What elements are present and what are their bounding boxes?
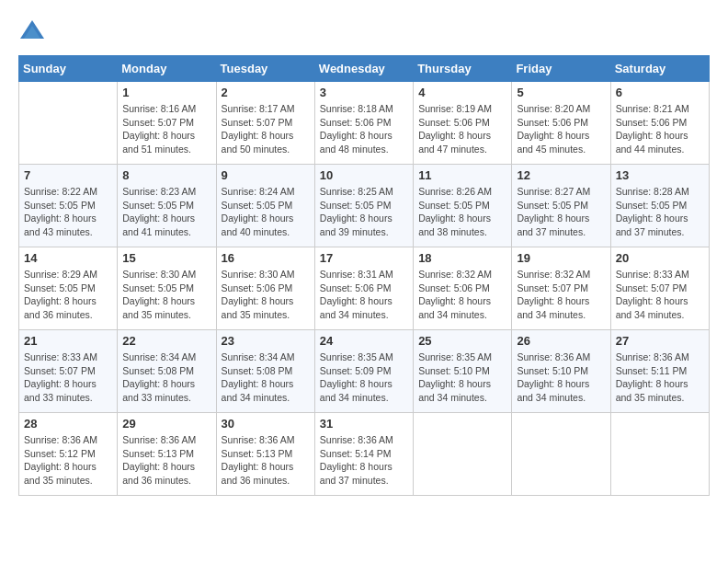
calendar-cell: 12Sunrise: 8:27 AM Sunset: 5:05 PM Dayli… [512, 165, 610, 247]
day-info: Sunrise: 8:17 AM Sunset: 5:07 PM Dayligh… [222, 102, 310, 156]
header-row: SundayMondayTuesdayWednesdayThursdayFrid… [19, 56, 710, 82]
day-number: 18 [418, 251, 506, 265]
calendar-table: SundayMondayTuesdayWednesdayThursdayFrid… [18, 55, 710, 496]
day-number: 20 [616, 251, 704, 265]
day-number: 15 [122, 251, 210, 265]
day-number: 30 [222, 417, 310, 431]
calendar-cell: 19Sunrise: 8:32 AM Sunset: 5:07 PM Dayli… [512, 247, 610, 330]
day-number: 16 [222, 251, 310, 265]
logo [18, 18, 50, 46]
calendar-cell: 25Sunrise: 8:35 AM Sunset: 5:10 PM Dayli… [414, 330, 512, 413]
day-number: 19 [517, 251, 605, 265]
day-number: 28 [24, 417, 112, 431]
calendar-cell: 17Sunrise: 8:31 AM Sunset: 5:06 PM Dayli… [314, 247, 413, 330]
calendar-cell: 30Sunrise: 8:36 AM Sunset: 5:13 PM Dayli… [216, 413, 314, 496]
calendar-cell: 11Sunrise: 8:26 AM Sunset: 5:05 PM Dayli… [414, 165, 512, 247]
day-number: 5 [517, 86, 605, 99]
day-info: Sunrise: 8:22 AM Sunset: 5:05 PM Dayligh… [24, 185, 112, 239]
day-number: 11 [418, 168, 506, 182]
day-number: 23 [222, 334, 310, 348]
day-number: 8 [122, 168, 210, 182]
day-info: Sunrise: 8:16 AM Sunset: 5:07 PM Dayligh… [122, 102, 210, 156]
calendar-cell: 20Sunrise: 8:33 AM Sunset: 5:07 PM Dayli… [610, 247, 709, 330]
calendar-cell: 1Sunrise: 8:16 AM Sunset: 5:07 PM Daylig… [118, 82, 216, 165]
calendar-cell: 3Sunrise: 8:18 AM Sunset: 5:06 PM Daylig… [314, 82, 413, 165]
day-info: Sunrise: 8:33 AM Sunset: 5:07 PM Dayligh… [24, 350, 112, 405]
day-info: Sunrise: 8:28 AM Sunset: 5:05 PM Dayligh… [616, 185, 704, 239]
day-info: Sunrise: 8:27 AM Sunset: 5:05 PM Dayligh… [517, 185, 605, 239]
week-row-3: 14Sunrise: 8:29 AM Sunset: 5:05 PM Dayli… [19, 247, 710, 330]
day-number: 24 [320, 334, 408, 348]
day-info: Sunrise: 8:18 AM Sunset: 5:06 PM Dayligh… [320, 102, 408, 156]
calendar-cell: 15Sunrise: 8:30 AM Sunset: 5:05 PM Dayli… [118, 247, 216, 330]
calendar-cell [414, 413, 512, 496]
day-info: Sunrise: 8:23 AM Sunset: 5:05 PM Dayligh… [122, 185, 210, 239]
calendar-cell: 5Sunrise: 8:20 AM Sunset: 5:06 PM Daylig… [512, 82, 610, 165]
column-header-sunday: Sunday [19, 56, 118, 82]
calendar-cell: 31Sunrise: 8:36 AM Sunset: 5:14 PM Dayli… [314, 413, 413, 496]
day-info: Sunrise: 8:32 AM Sunset: 5:07 PM Dayligh… [517, 268, 605, 322]
day-number: 29 [122, 417, 210, 431]
column-header-monday: Monday [118, 56, 216, 82]
week-row-5: 28Sunrise: 8:36 AM Sunset: 5:12 PM Dayli… [19, 413, 710, 496]
day-info: Sunrise: 8:26 AM Sunset: 5:05 PM Dayligh… [418, 185, 506, 239]
calendar-cell: 16Sunrise: 8:30 AM Sunset: 5:06 PM Dayli… [216, 247, 314, 330]
column-header-thursday: Thursday [414, 56, 512, 82]
calendar-cell: 6Sunrise: 8:21 AM Sunset: 5:06 PM Daylig… [610, 82, 709, 165]
calendar-cell [610, 413, 709, 496]
day-info: Sunrise: 8:30 AM Sunset: 5:05 PM Dayligh… [122, 268, 210, 322]
calendar-cell [512, 413, 610, 496]
column-header-friday: Friday [512, 56, 610, 82]
day-number: 27 [616, 334, 704, 348]
day-info: Sunrise: 8:25 AM Sunset: 5:05 PM Dayligh… [320, 185, 408, 239]
day-info: Sunrise: 8:31 AM Sunset: 5:06 PM Dayligh… [320, 268, 408, 322]
day-number: 6 [616, 86, 704, 99]
logo-icon [18, 18, 46, 46]
day-number: 25 [418, 334, 506, 348]
day-number: 2 [222, 86, 310, 99]
day-info: Sunrise: 8:35 AM Sunset: 5:10 PM Dayligh… [418, 350, 506, 405]
day-number: 31 [320, 417, 408, 431]
day-info: Sunrise: 8:24 AM Sunset: 5:05 PM Dayligh… [222, 185, 310, 239]
column-header-saturday: Saturday [610, 56, 709, 82]
day-info: Sunrise: 8:34 AM Sunset: 5:08 PM Dayligh… [222, 350, 310, 405]
week-row-4: 21Sunrise: 8:33 AM Sunset: 5:07 PM Dayli… [19, 330, 710, 413]
calendar-cell: 27Sunrise: 8:36 AM Sunset: 5:11 PM Dayli… [610, 330, 709, 413]
day-info: Sunrise: 8:32 AM Sunset: 5:06 PM Dayligh… [418, 268, 506, 322]
calendar-cell: 10Sunrise: 8:25 AM Sunset: 5:05 PM Dayli… [314, 165, 413, 247]
calendar-cell: 24Sunrise: 8:35 AM Sunset: 5:09 PM Dayli… [314, 330, 413, 413]
day-number: 9 [222, 168, 310, 182]
day-number: 1 [122, 86, 210, 99]
day-info: Sunrise: 8:36 AM Sunset: 5:14 PM Dayligh… [320, 433, 408, 488]
calendar-cell: 26Sunrise: 8:36 AM Sunset: 5:10 PM Dayli… [512, 330, 610, 413]
calendar-cell: 21Sunrise: 8:33 AM Sunset: 5:07 PM Dayli… [19, 330, 118, 413]
day-info: Sunrise: 8:34 AM Sunset: 5:08 PM Dayligh… [122, 350, 210, 405]
week-row-1: 1Sunrise: 8:16 AM Sunset: 5:07 PM Daylig… [19, 82, 710, 165]
calendar-cell: 9Sunrise: 8:24 AM Sunset: 5:05 PM Daylig… [216, 165, 314, 247]
day-number: 17 [320, 251, 408, 265]
calendar-cell: 8Sunrise: 8:23 AM Sunset: 5:05 PM Daylig… [118, 165, 216, 247]
day-info: Sunrise: 8:36 AM Sunset: 5:13 PM Dayligh… [222, 433, 310, 488]
calendar-cell: 7Sunrise: 8:22 AM Sunset: 5:05 PM Daylig… [19, 165, 118, 247]
day-info: Sunrise: 8:21 AM Sunset: 5:06 PM Dayligh… [616, 102, 704, 156]
calendar-cell: 13Sunrise: 8:28 AM Sunset: 5:05 PM Dayli… [610, 165, 709, 247]
day-number: 4 [418, 86, 506, 99]
day-info: Sunrise: 8:29 AM Sunset: 5:05 PM Dayligh… [24, 268, 112, 322]
calendar-cell: 28Sunrise: 8:36 AM Sunset: 5:12 PM Dayli… [19, 413, 118, 496]
day-info: Sunrise: 8:35 AM Sunset: 5:09 PM Dayligh… [320, 350, 408, 405]
calendar-cell: 18Sunrise: 8:32 AM Sunset: 5:06 PM Dayli… [414, 247, 512, 330]
week-row-2: 7Sunrise: 8:22 AM Sunset: 5:05 PM Daylig… [19, 165, 710, 247]
day-number: 13 [616, 168, 704, 182]
day-info: Sunrise: 8:30 AM Sunset: 5:06 PM Dayligh… [222, 268, 310, 322]
day-number: 3 [320, 86, 408, 99]
day-info: Sunrise: 8:36 AM Sunset: 5:11 PM Dayligh… [616, 350, 704, 405]
calendar-cell: 4Sunrise: 8:19 AM Sunset: 5:06 PM Daylig… [414, 82, 512, 165]
calendar-cell: 29Sunrise: 8:36 AM Sunset: 5:13 PM Dayli… [118, 413, 216, 496]
day-number: 10 [320, 168, 408, 182]
day-info: Sunrise: 8:36 AM Sunset: 5:13 PM Dayligh… [122, 433, 210, 488]
calendar-cell: 22Sunrise: 8:34 AM Sunset: 5:08 PM Dayli… [118, 330, 216, 413]
page-header [18, 18, 710, 46]
calendar-cell: 23Sunrise: 8:34 AM Sunset: 5:08 PM Dayli… [216, 330, 314, 413]
day-number: 21 [24, 334, 112, 348]
calendar-cell [19, 82, 118, 165]
